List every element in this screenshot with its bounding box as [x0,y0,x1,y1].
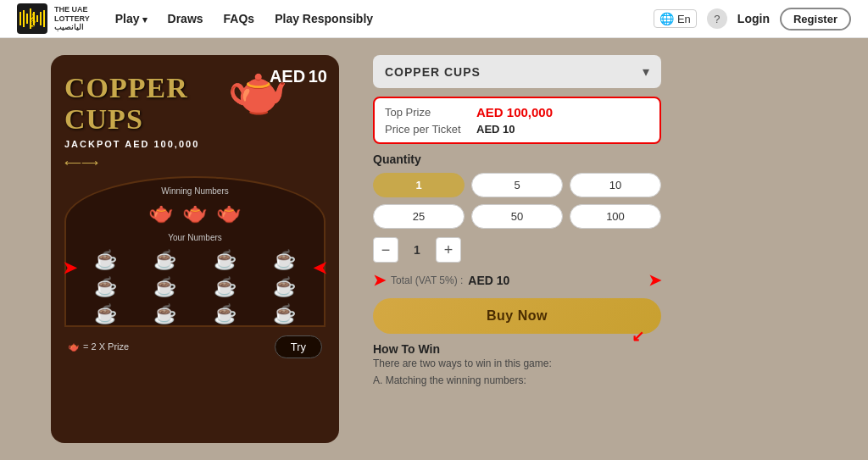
winning-teapot-1: 🫖 [148,201,174,224]
qty-1[interactable]: 1 [373,173,465,197]
buy-now-button[interactable]: Buy Now [373,298,661,334]
how-to-win-title: How To Win [373,342,661,356]
cup-9: ☕ [78,303,133,325]
game-selector-title: COPPER CUPS [385,65,481,79]
logo-icon: 𝄞 [17,3,47,34]
right-panel: COPPER CUPS ▾ Top Prize AED 100,000 Pric… [373,55,661,443]
how-to-win-section: How To Win There are two ways to win in … [373,342,661,386]
login-button[interactable]: Login [737,12,770,25]
quantity-grid: 1 5 10 25 50 100 [373,173,661,229]
arrow-deco: ⟵⟶ [64,156,326,169]
prize-info-box: Top Prize AED 100,000 Price per Ticket A… [373,97,661,144]
top-prize-label: Top Prize [385,106,470,119]
header: 𝄞 THE UAE LOTTERY اليانصيب Play Draws FA… [0,0,868,38]
winning-teapot-2: 🫖 [182,201,208,224]
price-value: AED 10 [476,123,515,136]
cup-8: ☕ [258,276,313,298]
red-arrow-total-right: ➤ [648,271,661,290]
card-bottom: 🫖 = 2 X Prize Try [64,335,326,358]
winning-teapot-3: 🫖 [216,201,242,224]
winning-label: Winning Numbers [75,186,315,196]
cup-7: ☕ [198,276,253,298]
arch-area: Winning Numbers 🫖 🫖 🫖 Your Numbers ➤ ➤ ☕… [64,176,326,327]
top-prize-value: AED 100,000 [476,105,553,119]
logo-text: THE UAE LOTTERY اليانصيب [54,5,90,32]
your-cups-grid: ☕ ☕ ☕ ☕ ☕ ☕ ☕ ☕ ☕ ☕ ☕ ☕ [75,249,315,325]
lang-selector[interactable]: 🌐 En [654,9,697,28]
main-content: AED 10 🫖 COPPER CUPS JACKPOT AED 100,000… [0,38,868,460]
qty-10[interactable]: 10 [570,173,661,197]
stepper-value: 1 [409,243,426,257]
total-row: ➤ Total (VAT 5%) : AED 10 ➤ [373,271,661,290]
quantity-label: Quantity [373,152,661,166]
nav: Play Draws FAQs Play Responsibly [115,12,654,25]
total-value: AED 10 [468,274,509,287]
logo: 𝄞 THE UAE LOTTERY اليانصيب [17,3,90,34]
cup-6: ☕ [138,276,193,298]
cup-12: ☕ [258,303,313,325]
card-jackpot: JACKPOT AED 100,000 [64,139,326,149]
cup-1: ☕ [78,249,133,271]
qty-100[interactable]: 100 [570,204,661,229]
lang-label: En [677,13,691,25]
game-selector[interactable]: COPPER CUPS ▾ [373,55,661,88]
red-arrow-right: ➤ [313,258,327,278]
nav-draws[interactable]: Draws [168,12,203,25]
nav-faqs[interactable]: FAQs [224,12,255,25]
try-button[interactable]: Try [275,335,322,358]
chevron-down-icon: ▾ [643,64,649,80]
globe-icon: 🌐 [659,12,674,25]
buy-now-wrapper: Buy Now ↙ [373,298,661,334]
top-prize-row: Top Prize AED 100,000 [385,105,649,119]
stepper-plus[interactable]: + [436,237,461,263]
aed-amount: 10 [309,67,327,86]
nav-play-responsibly[interactable]: Play Responsibly [275,12,373,25]
how-to-win-sub: A. Matching the winning numbers: [373,374,661,386]
winning-cups: 🫖 🫖 🫖 [75,201,315,224]
header-right: 🌐 En ? Login Register [654,8,851,30]
price-label: Price per Ticket [385,123,470,136]
your-numbers-label: Your Numbers [75,233,315,242]
red-arrow-buy: ↙ [632,327,644,346]
cup-5: ☕ [78,276,133,298]
cup-3: ☕ [198,249,253,271]
nav-play[interactable]: Play [115,12,147,25]
cup-11: ☕ [198,303,253,325]
red-arrow-left: ➤ [63,258,77,278]
qty-25[interactable]: 25 [373,204,465,229]
help-icon[interactable]: ? [707,8,727,29]
how-to-win-text: There are two ways to win in this game: [373,356,661,371]
game-card: AED 10 🫖 COPPER CUPS JACKPOT AED 100,000… [51,55,339,443]
total-label: Total (VAT 5%) : [391,274,463,286]
cups-row-wrapper: ➤ ➤ ☕ ☕ ☕ ☕ ☕ ☕ ☕ ☕ ☕ ☕ ☕ ☕ [75,249,315,325]
price-row: Price per Ticket AED 10 [385,123,649,136]
cup-10: ☕ [138,303,193,325]
cup-2: ☕ [138,249,193,271]
teapot-decorative: 🫖 [227,65,288,114]
qty-50[interactable]: 50 [471,204,563,229]
cup-4: ☕ [258,249,313,271]
prize-label: 🫖 = 2 X Prize [68,341,129,352]
stepper: − 1 + [373,237,661,263]
register-button[interactable]: Register [780,8,851,30]
red-arrow-total-left: ➤ [373,271,386,290]
qty-5[interactable]: 5 [471,173,563,197]
stepper-minus[interactable]: − [373,237,398,263]
quantity-section: Quantity 1 5 10 25 50 100 [373,152,661,229]
